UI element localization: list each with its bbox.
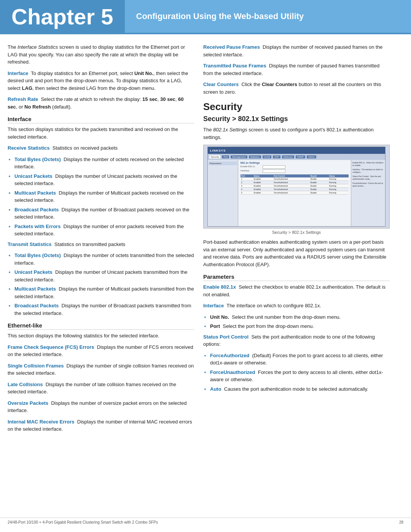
list-item: Unit No. Select the unit number from the…: [210, 313, 390, 321]
ss-topbar: LINKSYS: [208, 147, 385, 154]
parameters-heading: Parameters: [203, 273, 390, 281]
footer-right: 28: [399, 520, 403, 524]
interface-section-text: This section displays statistics for the…: [8, 126, 194, 141]
chapter-title: Configuration Using the Web-based Utilit…: [125, 0, 411, 33]
ss-nav-stats[interactable]: Statistics: [249, 155, 261, 158]
ss-th-control: Port Control: [273, 174, 309, 177]
fcs-label: Frame Check Sequence (FCS) Errors: [8, 344, 94, 350]
ss-nav-vlan[interactable]: VLAN: [263, 155, 272, 158]
ss-right-item-1: Enable 802.1x - Select the checkbox to e…: [352, 161, 384, 167]
table-row: 5EnabledForceAuthorizedDisableRunning: [241, 191, 349, 195]
receive-stats-label: Receive Statistics: [8, 145, 50, 151]
screenshot-box: LINKSYS Security Port Management Statist…: [203, 145, 390, 228]
table-row: 4EnabledForceAuthorizedDisableRunning: [241, 188, 349, 191]
clear-counters-label: Clear Counters: [203, 81, 239, 87]
security-heading: Security: [203, 101, 390, 113]
list-item: Unicast Packets Displays the number of U…: [14, 173, 194, 187]
footer-left: 24/48-Port 10/100 + 4-Port Gigabit Resil…: [8, 520, 158, 524]
screenshot-inner: LINKSYS Security Port Management Statist…: [207, 147, 386, 226]
internal-mac-label: Internal MAC Receive Errors: [8, 419, 75, 425]
list-item: Multicast Packets Displays the number of…: [14, 189, 194, 204]
list-item: ForceUnauthorized Forces the port to den…: [210, 369, 390, 383]
list-item: Unicast Packets Displays the number of U…: [14, 268, 194, 283]
chapter-header: Chapter 5 Configuration Using the Web-ba…: [0, 0, 411, 34]
transmitted-pause-label: Transmitted Pause Frames: [203, 63, 266, 69]
ss-nav-stp[interactable]: STP: [273, 155, 280, 158]
list-item: ForceAuthorized (Default) Forces the por…: [210, 352, 390, 367]
table-row: 3EnabledForceAuthorizedDisableRunning: [241, 184, 349, 188]
receive-bullets-list: Total Bytes (Octets) Displays the number…: [14, 156, 194, 238]
intro-paragraph: The Interface Statistics screen is used …: [8, 43, 194, 66]
table-row: 2EnabledForceAuthorizedDisableRunning: [241, 181, 349, 184]
transmit-bullets-list: Total Bytes (Octets) Displays the number…: [14, 252, 194, 317]
interface-para-2: Interface The interface on which to conf…: [203, 302, 390, 310]
ss-sidebar-parameters[interactable]: Parameters: [209, 161, 237, 165]
interface-label: Interface: [8, 70, 28, 76]
ss-nav: Security Port Management Statistics VLAN…: [208, 154, 385, 160]
late-collisions-para: Late Collisions Displays the number of l…: [8, 381, 194, 396]
clear-counters-para: Clear Counters Click the Clear Counters …: [203, 81, 390, 96]
ss-nav-mgmt[interactable]: Management: [231, 155, 247, 158]
transmit-stats-para: Transmit Statistics Statistics on transm…: [8, 241, 194, 248]
ss-row-2: Interface: [241, 169, 349, 173]
ss-right-panel: Enable 802.1x - Select the checkbox to e…: [351, 160, 385, 226]
received-pause-para: Received Pause Frames Displays the numbe…: [203, 43, 390, 58]
list-item: Multicast Packets Displays the number of…: [14, 285, 194, 300]
table-row: 1EnabledForceAuthorizedDisableRunning: [241, 177, 349, 181]
internal-mac-para: Internal MAC Receive Errors Displays the…: [8, 418, 194, 433]
ss-main-title: 802.1x Settings: [241, 161, 349, 164]
received-pause-label: Received Pause Frames: [203, 44, 260, 50]
right-column: Received Pause Frames Displays the numbe…: [203, 43, 390, 437]
list-item: Packets with Errors Displays the number …: [14, 223, 194, 238]
security-intro: The 802.1x Settings screen is used to co…: [203, 126, 390, 141]
page-wrapper: Chapter 5 Configuration Using the Web-ba…: [0, 0, 411, 532]
page-footer: 24/48-Port 10/100 + 4-Port Gigabit Resil…: [0, 518, 411, 524]
ss-nav-multicast[interactable]: Multicast: [282, 155, 294, 158]
status-port-bullets-list: ForceAuthorized (Default) Forces the por…: [210, 352, 390, 393]
ss-nav-admin[interactable]: Admin: [307, 155, 316, 158]
ss-field-2[interactable]: [263, 169, 285, 173]
status-port-para: Status Port Control Sets the port authen…: [203, 333, 390, 348]
interface-label-2: Interface: [203, 303, 224, 308]
interface-section-heading: Interface: [8, 116, 194, 123]
ss-field[interactable]: [263, 165, 285, 169]
ss-right-item-2: Interface - The interface on which to co…: [352, 168, 384, 174]
transmit-stats-label: Transmit Statistics: [8, 241, 52, 247]
list-item: Total Bytes (Octets) Displays the number…: [14, 252, 194, 267]
ss-nav-security[interactable]: Security: [209, 155, 221, 158]
ss-label: Enable 802.1x: [241, 165, 261, 169]
list-item: Auto Causes the port authentication mode…: [210, 385, 390, 393]
ss-th-running: Status: [328, 174, 349, 177]
interface-para: Interface To display statistics for an E…: [8, 70, 194, 92]
late-collisions-label: Late Collisions: [8, 382, 43, 387]
left-column: The Interface Statistics screen is used …: [8, 43, 194, 437]
main-content: The Interface Statistics screen is used …: [0, 34, 411, 444]
fcs-para: Frame Check Sequence (FCS) Errors Displa…: [8, 343, 194, 358]
ss-row: Enable 802.1x: [241, 165, 349, 169]
ss-sidebar: Parameters: [208, 160, 238, 226]
ss-main: 802.1x Settings Enable 802.1x Interface: [238, 160, 351, 226]
status-port-label: Status Port Control: [203, 334, 249, 340]
ss-nav-snmp[interactable]: SNMP: [296, 155, 305, 158]
ss-th-port: Port: [241, 174, 253, 177]
oversize-para: Oversize Packets Displays the number of …: [8, 399, 194, 414]
interface-bullets-list: Unit No. Select the unit number from the…: [210, 313, 390, 330]
list-item: Port Select the port from the drop-down …: [210, 323, 390, 330]
list-item: Total Bytes (Octets) Displays the number…: [14, 156, 194, 171]
enable-802-para: Enable 802.1x Select the checkbox to ena…: [203, 283, 390, 298]
ss-body: Parameters 802.1x Settings Enable 802.1x…: [208, 160, 385, 226]
refresh-rate-para: Refresh Rate Select the rate at which to…: [8, 96, 194, 110]
transmitted-pause-para: Transmitted Pause Frames Displays the nu…: [203, 62, 390, 77]
port-based-text: Port-based authentication enables authen…: [203, 238, 390, 268]
ss-right-item-4: ForceAuthorized - Forces the port to gra…: [352, 182, 384, 187]
list-item: Broadcast Packets Displays the number of…: [14, 206, 194, 221]
receive-stats-para: Receive Statistics Statistics on receive…: [8, 144, 194, 152]
ss-nav-port[interactable]: Port: [222, 155, 229, 158]
ss-th-status: Status: [253, 174, 273, 177]
enable-802-label: Enable 802.1x: [203, 284, 236, 290]
receive-stats-text: Statistics on received packets: [53, 145, 118, 151]
ss-topbar-text: LINKSYS: [210, 149, 226, 152]
screenshot-caption: Security > 802.1x Settings: [203, 230, 390, 235]
single-collision-para: Single Collision Frames Displays the num…: [8, 362, 194, 377]
security-sub-heading: Security > 802.1x Settings: [203, 115, 390, 123]
